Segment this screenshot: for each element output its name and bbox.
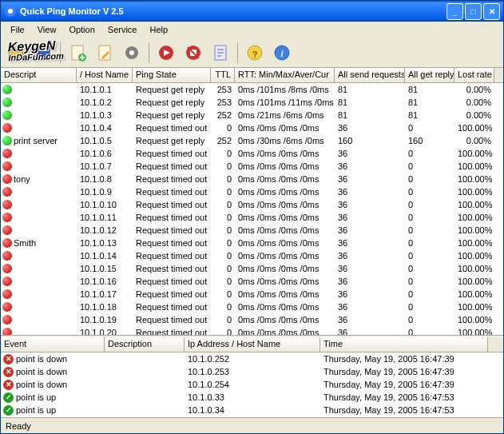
col-send[interactable]: All send requests [335,68,405,82]
ttl-cell: 0 [211,187,235,197]
status-dot-icon [2,302,12,312]
table-row[interactable]: 10.1.0.20Request timed out00ms /0ms /0ms… [1,326,503,335]
lost-cell: 0.00% [454,110,494,120]
state-cell: Request timed out [133,277,211,286]
state-cell: Request timed out [133,238,211,248]
table-row[interactable]: 10.1.0.6Request timed out00ms /0ms /0ms … [1,147,503,160]
event-list[interactable]: Event Description Ip Address / Host Name… [1,337,503,417]
table-row[interactable]: 10.1.0.4Request timed out00ms /0ms /0ms … [1,121,503,134]
event-status-icon: ✕ [3,380,14,390]
event-row[interactable]: ✕point is down10.1.0.253Thursday, May 19… [1,365,503,378]
table-row[interactable]: 10.1.0.2Request get reply2530ms /101ms /… [1,96,503,109]
table-row[interactable]: 10.1.0.3Request get reply2520ms /21ms /6… [1,109,503,121]
desc-text: Smith [14,238,36,248]
event-row[interactable]: ✓point is up10.1.0.33Thursday, May 19, 2… [1,391,503,404]
col-lost[interactable]: Lost rate [454,68,494,82]
menu-help[interactable]: Help [144,23,175,36]
lost-cell: 100.00% [454,289,494,299]
reply-cell: 0 [405,289,454,299]
status-dot-icon [2,110,12,120]
table-row[interactable]: 10.1.0.1Request get reply2530ms /101ms /… [1,83,503,96]
table-row[interactable]: 10.1.0.12Request timed out00ms /0ms /0ms… [1,224,503,237]
send-cell: 36 [335,123,405,133]
ecol-event[interactable]: Event [1,337,105,352]
table-row[interactable]: print server10.1.0.5Request get reply252… [1,134,503,147]
table-row[interactable]: tony10.1.0.8Request timed out00ms /0ms /… [1,173,503,185]
ttl-cell: 0 [211,302,235,312]
menu-file[interactable]: File [4,23,31,36]
save-button[interactable] [31,41,55,65]
rtt-cell: 0ms /0ms /0ms /0ms [235,238,335,248]
rtt-cell: 0ms /101ms /11ms /0ms [235,98,335,107]
help-button[interactable]: ? [243,41,267,65]
send-cell: 36 [335,328,405,335]
menu-view[interactable]: View [31,23,63,36]
status-text: Ready [6,421,31,431]
col-description[interactable]: Descript [1,68,77,82]
log-button[interactable] [208,41,232,65]
close-button[interactable]: ✕ [483,3,500,20]
table-row[interactable]: 10.1.0.17Request timed out00ms /0ms /0ms… [1,288,503,301]
ecol-ip[interactable]: Ip Address / Host Name [185,337,320,352]
event-row[interactable]: ✕point is down10.1.0.254Thursday, May 19… [1,378,503,391]
titlebar[interactable]: Quick Ping Monitor V 2.5 _ □ ✕ [1,1,503,22]
state-cell: Request timed out [133,225,211,235]
reply-cell: 160 [405,136,454,145]
minimize-button[interactable]: _ [446,3,463,20]
event-time-cell: Thursday, May 19, 2005 16:47:53 [320,405,488,415]
event-header: Event Description Ip Address / Host Name… [1,337,503,352]
ecol-description[interactable]: Description [105,337,185,352]
status-dot-icon [2,251,12,261]
lost-cell: 100.00% [454,174,494,184]
table-row[interactable]: 10.1.0.19Request timed out00ms /0ms /0ms… [1,313,503,326]
event-text: point is down [16,354,67,364]
col-ip[interactable]: / Host Name [77,68,133,82]
start-button[interactable] [154,41,178,65]
send-cell: 36 [335,225,405,235]
add-host-button[interactable] [65,41,89,65]
reply-cell: 81 [405,85,454,94]
event-row[interactable]: ✓point is up10.1.0.34Thursday, May 19, 2… [1,404,503,416]
table-row[interactable]: 10.1.0.15Request timed out00ms /0ms /0ms… [1,262,503,275]
lost-cell: 0.00% [454,98,494,107]
maximize-button[interactable]: □ [465,3,482,20]
table-row[interactable]: 10.1.0.16Request timed out00ms /0ms /0ms… [1,275,503,288]
reply-cell: 0 [405,161,454,171]
table-row[interactable]: 10.1.0.18Request timed out00ms /0ms /0ms… [1,301,503,313]
about-button[interactable]: i [270,41,294,65]
event-status-icon: ✕ [3,354,14,364]
open-button[interactable] [4,41,28,65]
table-row[interactable]: 10.1.0.14Request timed out00ms /0ms /0ms… [1,249,503,262]
table-row[interactable]: Smith10.1.0.13Request timed out00ms /0ms… [1,237,503,249]
rtt-cell: 0ms /0ms /0ms /0ms [235,328,335,335]
status-dot-icon [2,315,12,325]
toolbar: ? i [1,38,503,68]
table-row[interactable]: 10.1.0.9Request timed out00ms /0ms /0ms … [1,185,503,198]
table-row[interactable]: 10.1.0.11Request timed out00ms /0ms /0ms… [1,211,503,224]
ip-cell: 10.1.0.4 [77,123,133,133]
edit-host-button[interactable] [93,41,117,65]
event-status-icon: ✓ [3,405,14,416]
col-rtt[interactable]: RTT: Min/Max/Aver/Cur [235,68,335,82]
ip-cell: 10.1.0.5 [77,136,133,145]
col-state[interactable]: Ping State [133,68,211,82]
state-cell: Request timed out [133,149,211,158]
table-row[interactable]: 10.1.0.10Request timed out00ms /0ms /0ms… [1,198,503,211]
host-list[interactable]: Descript / Host Name Ping State TTL RTT:… [1,68,503,335]
event-row[interactable]: ✕point is down10.1.0.252Thursday, May 19… [1,352,503,365]
reply-cell: 0 [405,123,454,133]
status-dot-icon [2,238,12,248]
lost-cell: 100.00% [454,251,494,261]
stop-button[interactable] [181,41,205,65]
ttl-cell: 0 [211,200,235,209]
col-ttl[interactable]: TTL [211,68,235,82]
ecol-time[interactable]: Time [320,337,488,352]
event-ip-cell: 10.1.0.254 [185,380,320,389]
settings-button[interactable] [120,41,144,65]
menu-option[interactable]: Option [62,23,101,36]
col-reply[interactable]: All get reply [405,68,454,82]
lost-cell: 100.00% [454,200,494,209]
menu-service[interactable]: Service [101,23,144,36]
lost-cell: 100.00% [454,277,494,286]
table-row[interactable]: 10.1.0.7Request timed out00ms /0ms /0ms … [1,160,503,173]
